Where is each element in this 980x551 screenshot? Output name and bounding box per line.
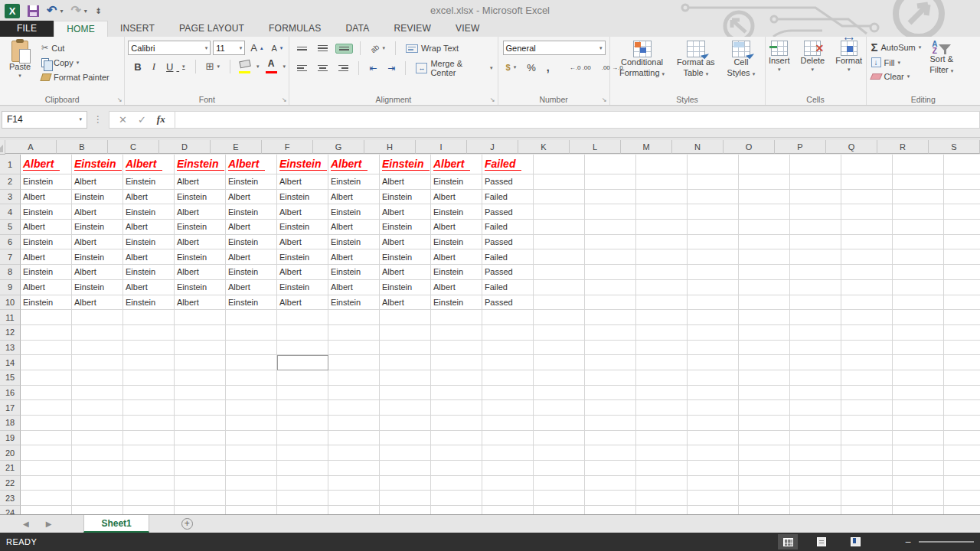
underline-button[interactable]: U ▾	[163, 60, 188, 74]
cell-R9[interactable]	[893, 280, 944, 295]
cell-Q14[interactable]	[841, 355, 893, 370]
copy-button[interactable]: Copy ▾	[38, 57, 113, 69]
cell-I17[interactable]	[431, 400, 482, 416]
cell-Q19[interactable]	[841, 431, 893, 446]
cell-Q5[interactable]	[841, 220, 893, 235]
cell-L17[interactable]	[585, 400, 636, 416]
cell-G5[interactable]: Albert	[328, 220, 380, 235]
name-box[interactable]: F14 ▾	[2, 111, 87, 129]
cell-J2[interactable]: Passed	[482, 174, 534, 190]
cell-G24[interactable]	[328, 506, 380, 514]
cell-A21[interactable]	[21, 461, 72, 476]
cell-R8[interactable]	[893, 265, 944, 280]
cell-J8[interactable]: Passed	[482, 265, 534, 280]
insert-cells-button[interactable]: Insert ▾	[765, 38, 794, 93]
cell-I7[interactable]: Albert	[431, 249, 482, 265]
cell-C21[interactable]	[123, 461, 175, 476]
cell-C12[interactable]	[123, 325, 175, 341]
cell-G17[interactable]	[328, 400, 380, 416]
cell-D10[interactable]: Albert	[175, 295, 226, 311]
cell-G11[interactable]	[328, 310, 380, 325]
cell-M17[interactable]	[636, 400, 688, 416]
cell-G12[interactable]	[328, 325, 380, 341]
cell-R13[interactable]	[893, 341, 944, 356]
cell-S5[interactable]	[944, 220, 980, 235]
cell-D13[interactable]	[175, 341, 226, 356]
cell-C7[interactable]: Albert	[123, 249, 175, 265]
cell-N17[interactable]	[688, 400, 739, 416]
column-header-L[interactable]: L	[570, 140, 621, 154]
cell-S9[interactable]	[944, 280, 980, 295]
tab-home[interactable]: HOME	[54, 21, 108, 37]
cell-G4[interactable]: Einstein	[328, 204, 380, 220]
cell-B17[interactable]	[72, 400, 123, 416]
cell-G8[interactable]: Einstein	[328, 265, 380, 280]
cell-I24[interactable]	[431, 506, 482, 514]
cell-A15[interactable]	[21, 370, 72, 386]
cell-H4[interactable]: Albert	[380, 204, 431, 220]
cell-M22[interactable]	[636, 476, 688, 491]
cell-L7[interactable]	[585, 249, 636, 265]
cell-D2[interactable]: Albert	[175, 174, 226, 190]
cell-B16[interactable]	[72, 386, 123, 401]
cell-S24[interactable]	[944, 506, 980, 514]
cell-Q2[interactable]	[841, 174, 893, 190]
cell-K18[interactable]	[534, 416, 585, 431]
cell-S17[interactable]	[944, 400, 980, 416]
cell-M11[interactable]	[636, 310, 688, 325]
column-header-P[interactable]: P	[775, 140, 826, 154]
cell-Q9[interactable]	[841, 280, 893, 295]
cell-A3[interactable]: Albert	[21, 190, 72, 205]
cell-A10[interactable]: Einstein	[21, 295, 72, 311]
cell-A13[interactable]	[21, 341, 72, 356]
cell-L6[interactable]	[585, 235, 636, 250]
cell-B6[interactable]: Albert	[72, 235, 123, 250]
cell-F17[interactable]	[277, 400, 328, 416]
cell-Q4[interactable]	[841, 204, 893, 220]
cell-L23[interactable]	[585, 491, 636, 506]
paste-button[interactable]: Paste ▾	[2, 38, 38, 93]
cell-J20[interactable]	[482, 445, 534, 461]
cell-I19[interactable]	[431, 431, 482, 446]
cell-A7[interactable]: Albert	[21, 249, 72, 265]
cell-K1[interactable]	[534, 155, 585, 174]
cell-I12[interactable]	[431, 325, 482, 341]
cell-J15[interactable]	[482, 370, 534, 386]
row-header-16[interactable]: 16	[0, 386, 21, 401]
cell-B8[interactable]: Albert	[72, 265, 123, 280]
column-header-G[interactable]: G	[313, 140, 364, 154]
cell-S20[interactable]	[944, 445, 980, 461]
cell-I10[interactable]: Einstein	[431, 295, 482, 311]
cell-F13[interactable]	[277, 341, 328, 356]
cell-P17[interactable]	[790, 400, 841, 416]
cell-O21[interactable]	[739, 461, 790, 476]
cell-H3[interactable]: Einstein	[380, 190, 431, 205]
cell-E1[interactable]: Albert	[226, 155, 277, 174]
cell-R3[interactable]	[893, 190, 944, 205]
cell-R11[interactable]	[893, 310, 944, 325]
cell-S13[interactable]	[944, 341, 980, 356]
cell-B5[interactable]: Einstein	[72, 220, 123, 235]
cell-H24[interactable]	[380, 506, 431, 514]
column-header-F[interactable]: F	[262, 140, 313, 154]
cell-G13[interactable]	[328, 341, 380, 356]
cell-N15[interactable]	[688, 370, 739, 386]
cell-P19[interactable]	[790, 431, 841, 446]
cell-J16[interactable]	[482, 386, 534, 401]
cell-D6[interactable]: Albert	[175, 235, 226, 250]
row-header-6[interactable]: 6	[0, 235, 21, 250]
cell-I20[interactable]	[431, 445, 482, 461]
cell-S15[interactable]	[944, 370, 980, 386]
cell-C19[interactable]	[123, 431, 175, 446]
cell-G19[interactable]	[328, 431, 380, 446]
cell-C2[interactable]: Einstein	[123, 174, 175, 190]
row-header-18[interactable]: 18	[0, 416, 21, 431]
cell-E6[interactable]: Einstein	[226, 235, 277, 250]
row-header-4[interactable]: 4	[0, 204, 21, 220]
cell-F11[interactable]	[277, 310, 328, 325]
cell-H2[interactable]: Albert	[380, 174, 431, 190]
cell-P8[interactable]	[790, 265, 841, 280]
cell-N3[interactable]	[688, 190, 739, 205]
cell-I15[interactable]	[431, 370, 482, 386]
cell-J22[interactable]	[482, 476, 534, 491]
